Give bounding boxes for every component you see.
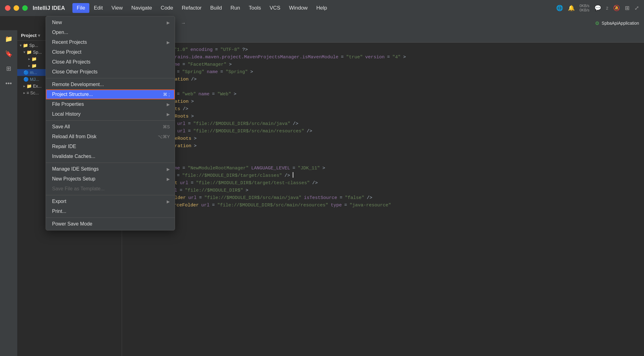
file-menu-dropdown: New ▶ Open... Recent Projects ▶ Close Pr… [46,16,175,230]
vcs-bar: ⎇ version control ▾ ← → ⚙ SpbaApiApplica… [122,16,644,30]
menu-item-window[interactable]: Window [285,3,312,13]
menu-item-recent-projects-label: Recent Projects [52,39,87,45]
menu-item-export[interactable]: Export ▶ [46,197,175,206]
menu-item-help[interactable]: Help [312,3,331,13]
code-line-18: <output url="file://$MODULE_DIR$/target/… [128,172,638,180]
shortcut-reload-all: ⌥⌘Y [158,134,170,139]
menu-item-invalidate-caches[interactable]: Invalidate Caches... [46,151,175,161]
titlebar: IntelliJ IDEA File Edit View Navigate Co… [0,0,644,16]
menu-item-view[interactable]: View [107,3,127,13]
tree-item-label: 📁 Ex... [26,84,42,89]
menu-item-recent-projects[interactable]: Recent Projects ▶ [46,37,175,47]
code-line-20: <content url="file://$MODULE_DIR$"> [128,187,638,194]
sidebar-item-structure[interactable]: ⊞ [2,62,15,75]
menu-item-build[interactable]: Build [206,3,226,13]
menu-item-open[interactable]: Open... [46,27,175,37]
menu-item-file[interactable]: File [72,3,89,13]
menu-item-close-project-label: Close Project [52,49,81,55]
run-config: ⚙ SpbaApiApplication [595,20,639,26]
code-line-15: </facet> [128,150,638,157]
structure-icon: ⊞ [6,65,11,72]
code-line-2: <module org.jetbrains.idea.maven.project… [128,54,638,61]
mute-icon: 🔕 [613,5,620,11]
code-line-12: <root url="file://$MODULE_DIR$/src/main/… [128,128,638,135]
menu-item-invalidate-caches-label: Invalidate Caches... [52,154,96,159]
close-button[interactable] [5,5,10,11]
menu-item-project-structure[interactable]: Project Structure... ⌘ ; [46,89,175,99]
code-line-13: </sourceRoots> [128,135,638,143]
code-line-3: <component name="FacetManager"> [128,61,638,68]
menu-item-repair-ide[interactable]: Repair IDE [46,142,175,151]
menu-item-close-all-projects-label: Close All Projects [52,59,91,65]
menu-item-refactor[interactable]: Refactor [177,3,206,13]
minimize-button[interactable] [14,5,19,11]
menu-item-reload-all[interactable]: Reload All from Disk ⌥⌘Y [46,132,175,142]
maximize-button[interactable] [22,5,28,11]
menu-item-save-all-label: Save All [52,124,70,130]
menu-item-power-save-mode-label: Power Save Mode [52,221,92,227]
project-dropdown-icon[interactable]: ▾ [38,33,40,38]
menu-item-manage-ide-settings[interactable]: Manage IDE Settings ▶ [46,164,175,174]
menu-item-new-projects-setup[interactable]: New Projects Setup ▶ [46,174,175,184]
notification-icon: 🔔 [568,5,575,11]
menu-item-export-label: Export [52,199,66,204]
code-line-16: </component> [128,157,638,165]
tree-arrow-icon: ▸ [28,57,30,61]
arrow-icon: ▶ [167,167,170,172]
menu-item-new-label: New [52,20,62,25]
menu-item-save-all[interactable]: Save All ⌘S [46,122,175,132]
sidebar-item-more[interactable]: ••• [2,77,15,89]
code-line-19: <output-test url="file://$MODULE_DIR$/ta… [128,180,638,187]
menu-item-local-history-label: Local History [52,111,80,117]
arrow-icon: ▶ [167,20,170,25]
menu-item-tools[interactable]: Tools [244,3,265,13]
menu-item-save-file-as-template: Save File as Template... [46,184,175,194]
menu-item-close-project[interactable]: Close Project [46,47,175,57]
menu-item-print[interactable]: Print... [46,206,175,216]
menu-item-vcs[interactable]: VCS [265,3,285,13]
arrow-icon: ▶ [167,40,170,45]
grid-icon: ⊞ [625,5,630,11]
tree-arrow-icon: ▸ [23,91,25,95]
sidebar-item-project[interactable]: 📁 [2,33,15,45]
menu-item-close-all-projects[interactable]: Close All Projects [46,57,175,67]
shortcut-project-structure: ⌘ ; [163,92,170,97]
menu-item-new[interactable]: New ▶ [46,18,175,27]
menu-item-run[interactable]: Run [226,3,244,13]
arrow-icon: ▶ [167,199,170,204]
menu-item-code[interactable]: Code [156,3,177,13]
menu-item-edit[interactable]: Edit [89,3,107,13]
menu-item-new-projects-setup-label: New Projects Setup [52,176,96,182]
menu-item-remote-development[interactable]: Remote Development... [46,80,175,89]
arrow-icon: ▶ [167,112,170,117]
separator-4 [46,195,175,195]
tree-item-label: 📁 [31,56,37,61]
code-line-4: <facet type="Spring" name="Spring"> [128,68,638,76]
tree-item-label: ≡ Sc... [26,90,39,95]
menu-item-repair-ide-label: Repair IDE [52,144,76,149]
menu-item-power-save-mode[interactable]: Power Save Mode [46,219,175,229]
cursor [293,172,293,178]
menu-item-reload-all-label: Reload All from Disk [52,134,96,139]
code-line-8: <configuration> [128,98,638,106]
menu-item-open-label: Open... [52,30,68,35]
menu-item-local-history[interactable]: Local History ▶ [46,109,175,119]
menu-item-navigate[interactable]: Navigate [127,3,156,13]
project-icon: 📁 [5,35,13,43]
app-logo: IntelliJ IDEA [33,5,65,11]
tree-arrow-icon: ▾ [23,50,25,54]
shortcut-save-all: ⌘S [163,124,170,129]
tree-item-label: 🔵 MJ... [23,77,39,82]
chat-icon: 💬 [594,5,601,11]
code-line-14: </configuration> [128,143,638,150]
menu-item-file-properties[interactable]: File Properties ▶ [46,99,175,109]
tree-arrow-icon: ▸ [23,84,25,88]
sidebar-item-bookmark[interactable]: 🔖 [2,48,15,60]
code-line-7: <facet type="web" name="Web"> [128,91,638,98]
forward-button[interactable]: → [181,20,186,26]
separator-5 [46,217,175,218]
separator-2 [46,120,175,121]
menu-item-file-properties-label: File Properties [52,101,84,107]
menu-item-close-other-projects[interactable]: Close Other Projects [46,67,175,77]
bookmark-icon: 🔖 [5,50,13,57]
